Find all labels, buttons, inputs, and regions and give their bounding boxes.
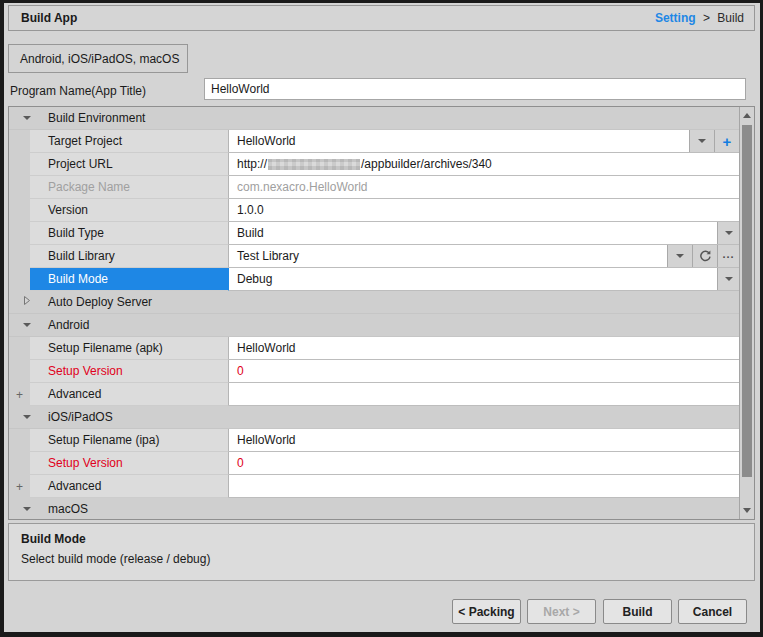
property-row-target-project[interactable]: Target ProjectHelloWorld+ bbox=[9, 130, 739, 153]
property-row-setup-filename-apk[interactable]: Setup Filename (apk)HelloWorld bbox=[9, 337, 739, 360]
expand-icon[interactable] bbox=[23, 295, 31, 309]
property-label: Target Project bbox=[30, 130, 229, 153]
refresh-button[interactable] bbox=[692, 245, 717, 267]
url-prefix: http:// bbox=[237, 157, 267, 171]
property-value[interactable]: HelloWorld bbox=[229, 337, 739, 359]
property-value[interactable]: 0 bbox=[229, 360, 739, 382]
dropdown-button[interactable] bbox=[667, 245, 692, 267]
property-value-text: Test Library bbox=[237, 249, 299, 263]
property-label: Setup Filename (apk) bbox=[30, 337, 229, 360]
chevron-down-icon bbox=[698, 139, 706, 143]
more-button[interactable]: ... bbox=[717, 245, 739, 267]
property-row-build-type[interactable]: Build TypeBuild bbox=[9, 222, 739, 245]
property-row-advanced[interactable]: +Advanced bbox=[9, 475, 739, 498]
property-label-text: Build Library bbox=[48, 249, 115, 263]
property-value-text: Build bbox=[237, 226, 264, 240]
row-gutter bbox=[9, 130, 30, 153]
property-value[interactable]: 1.0.0 bbox=[229, 199, 739, 221]
section-row-ios-ipados[interactable]: iOS/iPadOS bbox=[9, 406, 739, 429]
property-value-text: com.nexacro.HelloWorld bbox=[237, 180, 368, 194]
property-row-advanced[interactable]: +Advanced bbox=[9, 383, 739, 406]
section-row-macos[interactable]: macOS bbox=[9, 498, 739, 520]
section-row-android[interactable]: Android bbox=[9, 314, 739, 337]
property-value[interactable]: Debug bbox=[229, 268, 717, 290]
property-value[interactable]: HelloWorld bbox=[229, 130, 689, 152]
property-row-setup-version[interactable]: Setup Version0 bbox=[9, 452, 739, 475]
property-row-build-library[interactable]: Build LibraryTest Library... bbox=[9, 245, 739, 268]
property-value-area: HelloWorld bbox=[229, 337, 739, 360]
build-button[interactable]: Build bbox=[603, 599, 672, 624]
section-label: Build Environment bbox=[48, 111, 145, 125]
row-gutter bbox=[9, 222, 30, 245]
packing-button[interactable]: < Packing bbox=[452, 599, 521, 624]
collapse-icon[interactable] bbox=[23, 323, 31, 327]
property-value[interactable]: 0 bbox=[229, 452, 739, 474]
property-value[interactable]: Build bbox=[229, 222, 717, 244]
property-row-setup-filename-ipa[interactable]: Setup Filename (ipa)HelloWorld bbox=[9, 429, 739, 452]
expand-plus-icon[interactable]: + bbox=[16, 481, 23, 493]
tab-label: Android, iOS/iPadOS, macOS bbox=[20, 52, 179, 66]
property-value-text: HelloWorld bbox=[237, 433, 295, 447]
property-value-text: 0 bbox=[237, 364, 244, 378]
property-value[interactable] bbox=[229, 475, 739, 497]
property-row-project-url[interactable]: Project URLhttp:///appbuilder/archives/3… bbox=[9, 153, 739, 176]
property-value-area bbox=[229, 383, 739, 406]
property-label-text: Advanced bbox=[48, 479, 101, 493]
refresh-icon bbox=[698, 249, 712, 263]
property-label-text: Build Type bbox=[48, 226, 104, 240]
property-value[interactable]: Test Library bbox=[229, 245, 667, 267]
scroll-down-button[interactable] bbox=[740, 503, 754, 518]
dropdown-button[interactable] bbox=[689, 130, 714, 152]
dropdown-button[interactable] bbox=[717, 268, 739, 290]
property-value-text: HelloWorld bbox=[237, 341, 295, 355]
property-value-text: Debug bbox=[237, 272, 272, 286]
property-label: Setup Version bbox=[30, 452, 229, 475]
row-gutter: + bbox=[9, 383, 30, 406]
tab-android-ios-macos[interactable]: Android, iOS/iPadOS, macOS bbox=[8, 44, 188, 73]
property-label: Setup Version bbox=[30, 360, 229, 383]
property-row-build-mode[interactable]: Build ModeDebug bbox=[9, 268, 739, 291]
expand-plus-icon[interactable]: + bbox=[16, 389, 23, 401]
program-name-input[interactable] bbox=[204, 78, 746, 100]
cancel-button[interactable]: Cancel bbox=[678, 599, 747, 624]
property-value-area bbox=[229, 475, 739, 498]
property-label: Build Mode bbox=[30, 268, 229, 291]
property-label: Build Type bbox=[30, 222, 229, 245]
collapse-icon[interactable] bbox=[23, 507, 31, 511]
add-button[interactable]: + bbox=[714, 130, 739, 152]
breadcrumb: Setting > Build bbox=[655, 11, 744, 25]
property-value[interactable]: com.nexacro.HelloWorld bbox=[229, 176, 739, 198]
property-label-text: Setup Filename (apk) bbox=[48, 341, 163, 355]
row-gutter bbox=[9, 199, 30, 222]
collapse-icon[interactable] bbox=[23, 415, 31, 419]
row-gutter bbox=[9, 153, 30, 176]
section-label: iOS/iPadOS bbox=[48, 410, 113, 424]
property-value-text: 1.0.0 bbox=[237, 203, 264, 217]
property-label: Build Library bbox=[30, 245, 229, 268]
property-row-package-name[interactable]: Package Namecom.nexacro.HelloWorld bbox=[9, 176, 739, 199]
collapse-icon[interactable] bbox=[23, 116, 31, 120]
row-gutter bbox=[9, 268, 30, 291]
ellipsis-icon: ... bbox=[722, 248, 734, 264]
scroll-up-button[interactable] bbox=[740, 108, 754, 123]
property-value-area: 0 bbox=[229, 360, 739, 383]
property-value[interactable]: http:///appbuilder/archives/340 bbox=[229, 153, 739, 175]
property-value-area: http:///appbuilder/archives/340 bbox=[229, 153, 739, 176]
property-row-version[interactable]: Version1.0.0 bbox=[9, 199, 739, 222]
arrow-down-icon bbox=[743, 508, 751, 513]
breadcrumb-setting-link[interactable]: Setting bbox=[655, 11, 696, 25]
section-row-build-environment[interactable]: Build Environment bbox=[9, 107, 739, 130]
scrollbar-thumb[interactable] bbox=[742, 125, 752, 477]
next-button[interactable]: Next > bbox=[527, 599, 596, 624]
dropdown-button[interactable] bbox=[717, 222, 739, 244]
property-label: Version bbox=[30, 199, 229, 222]
property-value-area: Build bbox=[229, 222, 739, 245]
property-label: Package Name bbox=[30, 176, 229, 199]
section-row-auto-deploy-server[interactable]: Auto Deploy Server bbox=[9, 291, 739, 314]
property-value[interactable] bbox=[229, 383, 739, 405]
property-label-text: Advanced bbox=[48, 387, 101, 401]
property-row-setup-version[interactable]: Setup Version0 bbox=[9, 360, 739, 383]
property-value[interactable]: HelloWorld bbox=[229, 429, 739, 451]
property-label-text: Package Name bbox=[48, 180, 130, 194]
vertical-scrollbar[interactable] bbox=[739, 107, 754, 519]
